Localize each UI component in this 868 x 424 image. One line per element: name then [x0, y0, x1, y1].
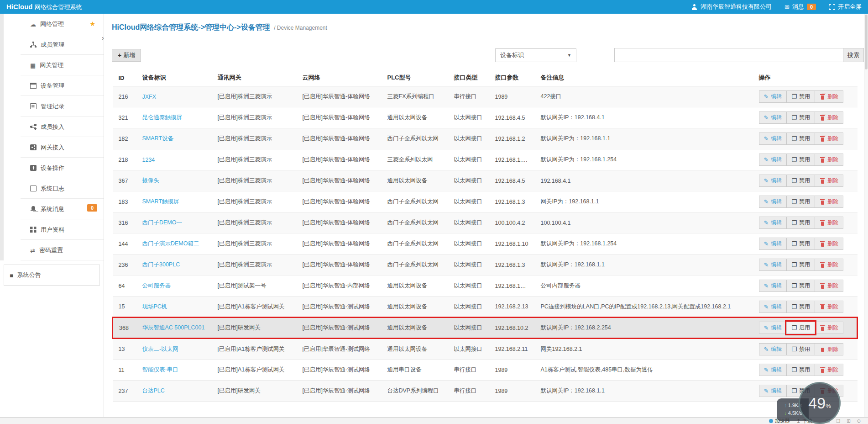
disable-button[interactable]: ❐禁用 [786, 343, 815, 355]
device-link[interactable]: JXFX [142, 94, 157, 100]
device-link[interactable]: 西门子300PLC [142, 261, 180, 268]
search-button[interactable]: 搜索 [843, 48, 864, 62]
disable-button[interactable]: ❐禁用 [786, 259, 815, 271]
app-brand[interactable]: HiCloud网络综合管理系统 [6, 3, 82, 11]
delete-button[interactable]: 删除 [815, 343, 843, 355]
delete-button[interactable]: 删除 [815, 238, 843, 250]
device-link[interactable]: 西门子演示DEMO箱二 [142, 240, 199, 247]
note-cell: 默认网关IP：192.168.4.1 [535, 107, 753, 128]
sidebar-item-label: 成员管理 [41, 41, 64, 48]
delete-button[interactable]: 删除 [815, 111, 843, 124]
sidebar-item-user-profile[interactable]: 用户资料 [0, 219, 104, 240]
delete-button[interactable]: 删除 [815, 259, 843, 271]
favorite-star-icon[interactable]: ★ [89, 14, 95, 34]
disable-button[interactable]: ❐禁用 [786, 238, 815, 250]
sidebar-item-system-announcement[interactable]: ▪系统公告 [4, 265, 100, 286]
device-link[interactable]: SMART设备 [142, 135, 174, 142]
column-header: 云网络 [297, 69, 382, 86]
device-link[interactable]: 1234 [142, 157, 155, 163]
device-link[interactable]: 现场PC机 [142, 303, 167, 310]
enable-button[interactable]: ❐启用 [786, 322, 815, 334]
delete-button[interactable]: 删除 [815, 154, 843, 166]
device-link[interactable]: 仪表二-以太网 [142, 346, 178, 352]
disable-button[interactable]: ❐禁用 [786, 196, 815, 208]
delete-button[interactable]: 删除 [815, 280, 843, 292]
edit-button[interactable]: ✎编辑 [759, 280, 787, 292]
scrollbar-thumb[interactable] [865, 15, 868, 69]
disable-button[interactable]: ❐禁用 [786, 280, 815, 292]
disable-button[interactable]: ❐禁用 [786, 364, 815, 376]
messages-menu[interactable]: ✉ 消息 0 [784, 3, 816, 11]
sidebar-item-management-logs[interactable]: 管理记录 [0, 96, 104, 117]
edit-button[interactable]: ✎编辑 [759, 132, 787, 145]
disable-button[interactable]: ❐禁用 [786, 175, 815, 187]
filter-field-select[interactable]: 设备标识 ▼ [495, 48, 576, 62]
fullscreen-button[interactable]: 开启全屏 [829, 3, 862, 11]
device-link[interactable]: 昆仑通泰触摸屏 [142, 114, 183, 121]
edit-button[interactable]: ✎编辑 [759, 90, 787, 103]
speed-overlay[interactable]: ↑ 1.9K/s ↓ 4.5K/s 49 % [777, 382, 841, 424]
disable-button[interactable]: ❐禁用 [786, 132, 815, 145]
device-link[interactable]: 智能仪表-串口 [142, 366, 178, 373]
edit-button[interactable]: ✎编辑 [759, 154, 787, 166]
disable-button[interactable]: ❐禁用 [786, 154, 815, 166]
disable-button[interactable]: ❐禁用 [786, 111, 815, 124]
search-input[interactable] [614, 48, 843, 62]
edit-button[interactable]: ✎编辑 [759, 343, 787, 355]
delete-button[interactable]: 删除 [815, 364, 843, 376]
edit-button[interactable]: ✎编辑 [759, 175, 787, 187]
device-link[interactable]: SMART触摸屏 [142, 198, 179, 205]
clock-icon[interactable]: ⊙ [857, 419, 861, 424]
share-square-icon [30, 144, 37, 150]
sidebar-item-device-management[interactable]: 设备管理 [0, 75, 104, 96]
sidebar-item-gateway-management[interactable]: ▦网关管理 [0, 55, 104, 75]
edit-button[interactable]: ✎编辑 [759, 111, 787, 124]
delete-button[interactable]: 删除 [815, 90, 843, 103]
disable-button[interactable]: ❐禁用 [786, 301, 815, 313]
table-row: 144西门子演示DEMO箱二[已启用]株洲三菱演示[已启用]华辰智通-体验网络西… [113, 233, 858, 254]
percent-circle[interactable]: 49 % [799, 382, 841, 424]
actions-cell: ✎编辑❐禁用删除 [753, 149, 858, 170]
sidebar-item-system-messages[interactable]: 系统消息0 [0, 199, 104, 219]
note-cell: 网关192.168.2.1 [535, 339, 753, 360]
sidebar-item-device-operations[interactable]: 设备操作 [0, 158, 104, 178]
actions-cell: ✎编辑❐禁用删除 [753, 360, 858, 381]
table-row: 64公司服务器[已启用]测试架一号[已启用]华辰智通-内部网络通用以太网设备以太… [113, 276, 858, 297]
device-link[interactable]: 台达PLC [142, 387, 165, 394]
sidebar-item-network-management[interactable]: ☁网络管理★ [0, 14, 104, 34]
table-row: 368华辰智通AC 500PLC001[已启用]研发网关[已启用]华辰智通-测试… [113, 318, 858, 339]
edit-button[interactable]: ✎编辑 [759, 322, 787, 334]
grid-icon[interactable]: ⊞ [847, 419, 850, 424]
edit-button[interactable]: ✎编辑 [759, 217, 787, 229]
sidebar-item-member-access[interactable]: 成员接入 [0, 117, 104, 137]
interface-type-cell: 以太网接口 [448, 254, 489, 276]
device-link[interactable]: 西门子DEMO一 [142, 219, 183, 226]
sidebar-item-member-management[interactable]: 成员管理 [0, 34, 104, 55]
edit-button[interactable]: ✎编辑 [759, 196, 787, 208]
scrollbar[interactable] [864, 14, 868, 417]
edit-button[interactable]: ✎编辑 [759, 238, 787, 250]
caret-down-icon: ▼ [567, 49, 571, 62]
delete-button[interactable]: 删除 [815, 196, 843, 208]
delete-button[interactable]: 删除 [815, 217, 843, 229]
edit-button[interactable]: ✎编辑 [759, 364, 787, 376]
device-link[interactable]: 华辰智通AC 500PLC001 [142, 324, 205, 331]
sidebar-item-gateway-access[interactable]: 网关接入 [0, 137, 104, 158]
edit-button[interactable]: ✎编辑 [759, 301, 787, 313]
delete-button[interactable]: 删除 [815, 132, 843, 145]
device-name-cell: 台达PLC [136, 381, 212, 402]
delete-button[interactable]: 删除 [815, 175, 843, 187]
sidebar-item-password-reset[interactable]: ⇄密码重置 [0, 240, 104, 260]
delete-button[interactable]: 删除 [815, 301, 843, 313]
account-menu[interactable]: 湖南华辰智通科技有限公司 [691, 3, 772, 11]
device-link[interactable]: 公司服务器 [142, 282, 171, 289]
sidebar-item-system-logs[interactable]: 系统日志 [0, 178, 104, 199]
add-device-button[interactable]: + 新增 [112, 49, 141, 62]
delete-button[interactable]: 删除 [815, 322, 843, 334]
edit-button[interactable]: ✎编辑 [759, 259, 787, 271]
trash-icon [820, 325, 825, 331]
disable-button[interactable]: ❐禁用 [786, 90, 815, 103]
disable-button[interactable]: ❐禁用 [786, 217, 815, 229]
interface-param-cell: 192.168.4.5 [489, 107, 535, 128]
device-link[interactable]: 摄像头 [142, 177, 160, 184]
